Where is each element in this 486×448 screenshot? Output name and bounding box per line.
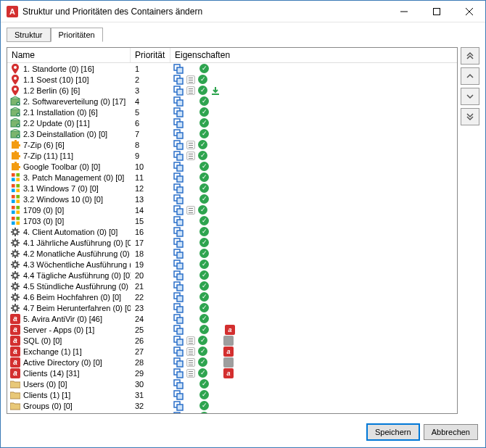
row-priority-value: 21 (135, 282, 144, 291)
copy-tile-icon (173, 390, 184, 400)
tab-struktur[interactable]: Struktur (7, 28, 51, 42)
gear-icon (10, 270, 20, 281)
column-header-priority[interactable]: Priorität (131, 48, 170, 62)
list-item[interactable]: 2.3 Deinstallation (0) [0]7✓ (7, 128, 457, 139)
column-header-name[interactable]: Name (7, 48, 131, 62)
svg-point-65 (13, 241, 17, 245)
list-item[interactable]: 2.2 Update (0) [11]6✓ (7, 117, 457, 128)
tab-prioritaeten[interactable]: Prioritäten (51, 28, 103, 42)
copy-tile-icon (173, 238, 184, 248)
svg-rect-87 (177, 318, 183, 323)
tile-spacer (186, 183, 197, 194)
list-item[interactable]: aSQL (0) [0]26✓ (7, 335, 457, 346)
copy-tile-icon (173, 140, 184, 150)
row-priority-value: 13 (135, 195, 144, 204)
windows-icon (10, 216, 20, 226)
list-item[interactable]: aActive Directory (0) [0]28✓ (7, 357, 457, 368)
list-item[interactable]: 4. Client Automation (0) [0]16✓ (7, 226, 457, 237)
check-tile-icon: ✓ (199, 412, 209, 413)
content-area: Name Priorität Eigenschaften 1. Standort… (1, 41, 485, 420)
list-item[interactable]: 3. Patch Management (0) [0]11✓ (7, 172, 457, 183)
svg-rect-76 (177, 274, 183, 280)
package-icon (10, 107, 20, 117)
avira-icon: a (10, 357, 20, 368)
move-bottom-button[interactable] (461, 108, 479, 125)
list-item[interactable]: 1709 (0) [0]14✓ (7, 204, 457, 215)
list-body[interactable]: 1. Standorte (0) [16]1✓1.1 Soest (10) [1… (7, 63, 457, 413)
list-item[interactable]: aServer - Apps (0) [1]25✓a (7, 324, 457, 335)
list-item[interactable]: 2.1 Installation (0) [6]5✓ (7, 107, 457, 117)
gear-icon (10, 260, 20, 270)
list-item[interactable]: Groups (0) [0]32✓ (7, 400, 457, 411)
tile-spacer (186, 314, 197, 324)
list-item[interactable]: Consulting (0) [0]33✓ (7, 411, 457, 413)
list-item[interactable]: 1. Standorte (0) [16]1✓ (7, 63, 457, 74)
copy-tile-icon (173, 96, 184, 107)
list-item[interactable]: 4.7 Beim Herunterfahren (0) [0]23✓ (7, 302, 457, 313)
list-item[interactable]: a5. Avira AntiVir (0) [46]24✓ (7, 313, 457, 324)
list-item[interactable]: 3.2 Windows 10 (0) [0]13✓ (7, 194, 457, 204)
gear-icon (10, 281, 20, 291)
row-name-label: 1. Standorte (0) [16] (23, 65, 94, 73)
list-item[interactable]: 4.2 Monatliche Ausführung (0) [0]18✓ (7, 248, 457, 259)
list-item[interactable]: Users (0) [0]30✓ (7, 378, 457, 389)
avira-icon: a (10, 314, 20, 324)
avira-tile-icon: a (223, 368, 234, 378)
svg-rect-47 (16, 199, 20, 203)
move-top-button[interactable] (461, 47, 479, 65)
check-tile-icon: ✓ (199, 129, 209, 138)
list-item[interactable]: 4.1 Jährliche Ausführung (0) [0]17✓ (7, 237, 457, 248)
move-up-button[interactable] (461, 67, 479, 85)
move-down-button[interactable] (461, 88, 479, 105)
check-tile-icon: ✓ (199, 194, 209, 204)
row-name-label: 5. Avira AntiVir (0) [46] (23, 315, 102, 323)
list-item[interactable]: 2. Softwareverteilung (0) [17]4✓ (7, 96, 457, 107)
list-tile-icon (186, 152, 195, 160)
save-button[interactable]: Speichern (367, 424, 419, 440)
tile-spacer (186, 281, 197, 291)
list-item[interactable]: 4.3 Wöchentliche Ausführung (0) [0]19✓ (7, 259, 457, 270)
cancel-button[interactable]: Abbrechen (424, 424, 478, 440)
svg-rect-0 (433, 8, 440, 14)
row-priority-value: 12 (135, 184, 144, 193)
list-item[interactable]: 1703 (0) [0]15✓ (7, 215, 457, 226)
check-tile-icon: ✓ (198, 151, 207, 160)
list-item[interactable]: 3.1 Windows 7 (0) [0]12✓ (7, 183, 457, 194)
copy-tile-icon (173, 107, 184, 117)
folder-icon (10, 390, 20, 400)
list-tile-icon (186, 141, 195, 149)
tile-spacer (186, 390, 197, 400)
maximize-icon (433, 8, 440, 15)
row-name-label: 1703 (0) [0] (23, 217, 64, 225)
copy-tile-icon (173, 118, 184, 128)
list-item[interactable]: 4.5 Stündliche Ausführung (0) [0]21✓ (7, 281, 457, 291)
list-item[interactable]: 1.2 Berlin (6) [6]3✓ (7, 85, 457, 96)
close-button[interactable] (453, 1, 485, 22)
list-item[interactable]: aExchange (1) [1]27✓a (7, 346, 457, 357)
row-name-label: 7-Zip (11) [11] (23, 152, 73, 160)
row-name-label: 4.5 Stündliche Ausführung (0) [0] (23, 282, 131, 291)
list-item[interactable]: 1.1 Soest (10) [10]2✓ (7, 74, 457, 85)
check-tile-icon: ✓ (199, 118, 209, 128)
list-item[interactable]: Google Toolbar (0) [0]10✓ (7, 161, 457, 172)
maximize-button[interactable] (420, 1, 453, 22)
list-item[interactable]: 4.4 Tägliche Ausführung (0) [0]20✓ (7, 270, 457, 281)
column-header-properties[interactable]: Eigenschaften (170, 48, 457, 62)
svg-rect-85 (177, 307, 183, 312)
check-tile-icon: ✓ (199, 314, 209, 323)
row-name-label: 2.2 Update (0) [11] (23, 119, 90, 128)
check-tile-icon: ✓ (199, 270, 209, 280)
list-item[interactable]: 4.6 Beim Hochfahren (0) [0]22✓ (7, 291, 457, 302)
copy-tile-icon (173, 314, 184, 324)
check-tile-icon: ✓ (199, 183, 209, 193)
list-item[interactable]: aClients (14) [31]29✓a (7, 368, 457, 378)
svg-point-62 (13, 230, 17, 234)
svg-rect-79 (177, 285, 183, 291)
list-item[interactable]: Clients (1) [1]31✓ (7, 389, 457, 400)
list-item[interactable]: 7-Zip (11) [11]9✓ (7, 150, 457, 161)
gear-icon (10, 227, 20, 237)
windows-icon (10, 194, 20, 204)
list-item[interactable]: 7-Zip (6) [6]8✓ (7, 139, 457, 150)
minimize-button[interactable] (387, 1, 420, 22)
row-priority-value: 11 (135, 173, 144, 182)
